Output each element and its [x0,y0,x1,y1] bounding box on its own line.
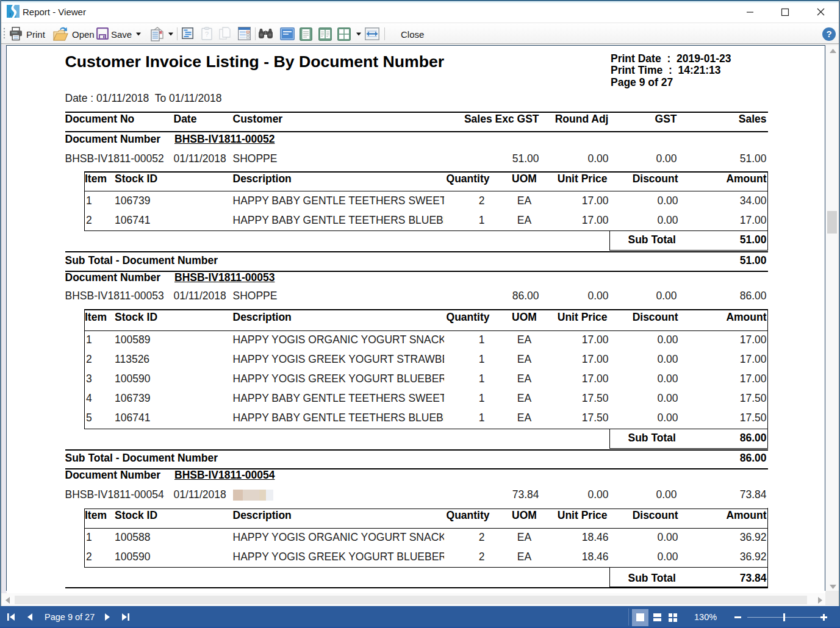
svg-text:?: ? [826,29,831,39]
svg-text:?: ? [205,30,209,38]
